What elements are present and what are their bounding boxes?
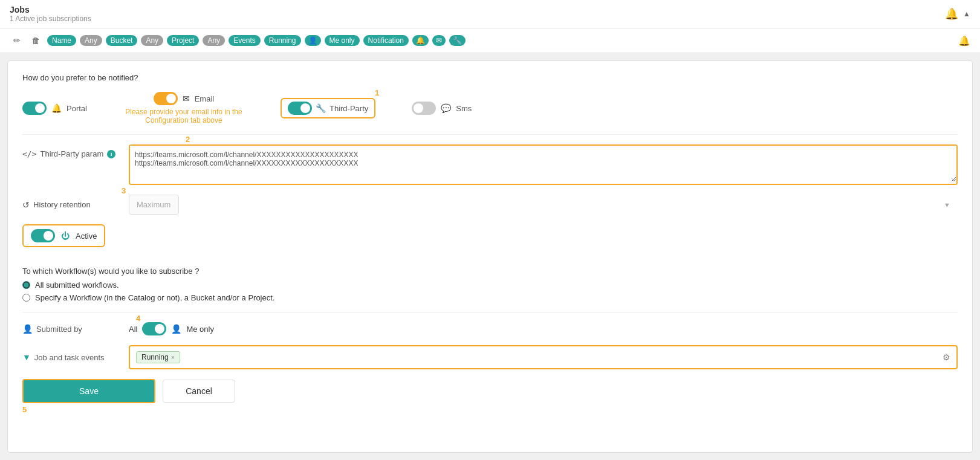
header-bell-icon: 🔔 [945, 7, 958, 21]
step-2-number: 2 [186, 135, 190, 144]
page-title: Jobs [10, 5, 91, 15]
resize-handle-icon: ↘ [950, 176, 955, 183]
filter-icon: ▼ [22, 352, 31, 362]
history-icon: ↺ [22, 200, 30, 210]
edit-button[interactable]: ✏ [10, 33, 24, 48]
history-select[interactable]: Maximum [129, 195, 179, 215]
workflow-option-all-label: All submitted workflows. [35, 280, 119, 290]
third-party-param-textarea[interactable] [130, 146, 956, 182]
workflow-option-specify-label: Specify a Workflow (in the Catalog or no… [35, 293, 274, 302]
portal-notif-item: 🔔 Portal [22, 102, 87, 115]
delete-button[interactable]: 🗑 [28, 33, 44, 48]
active-toggle-row: ⏻ Active [22, 224, 105, 247]
job-events-label: ▼ Job and task events [22, 352, 119, 362]
third-party-notif-row: 1 🔧 Third-Party [281, 98, 375, 118]
workflow-option-all[interactable]: All submitted workflows. [22, 280, 958, 290]
code-icon: </> [22, 149, 36, 158]
history-retention-row: 3 ↺ History retention Maximum [22, 195, 958, 215]
filter-pill-me-only[interactable]: Me only [325, 35, 360, 46]
wrench-icon: 🔧 [316, 103, 326, 113]
me-only-person-icon: 👤 [171, 324, 181, 334]
job-events-input-wrapper[interactable]: Running × ⚙ [129, 345, 958, 369]
third-party-label: Third-Party [329, 104, 368, 113]
filter-pill-running[interactable]: Running [264, 35, 301, 46]
notification-question: How do you prefer to be notified? [22, 73, 958, 82]
filter-pill-bucket[interactable]: Bucket [106, 35, 138, 46]
submitted-by-controls: All 👤 Me only [129, 322, 214, 335]
filter-pill-name[interactable]: Name [47, 35, 76, 46]
active-toggle[interactable] [31, 229, 55, 242]
sms-toggle[interactable] [412, 102, 436, 115]
workflow-question: To which Workflow(s) would you like to s… [22, 267, 958, 276]
portal-toggle[interactable] [22, 102, 47, 115]
running-tag-remove[interactable]: × [171, 354, 175, 361]
active-toggle-section: ⏻ Active [22, 224, 958, 257]
filter-pill-wrench[interactable]: 🔧 [449, 35, 466, 46]
divider-1 [22, 134, 958, 135]
email-warning: Please provide your email info in the Co… [123, 108, 244, 125]
toolbar: ✏ 🗑 Name Any Bucket Any Project Any Even… [0, 28, 980, 53]
third-party-toggle[interactable] [288, 102, 312, 115]
header-left: Jobs 1 Active job subscriptions [10, 5, 91, 23]
filter-pill-any-2[interactable]: Any [141, 35, 163, 46]
divider-2 [22, 312, 958, 313]
all-label: All [129, 325, 137, 334]
running-tag: Running × [136, 351, 180, 363]
submitted-by-row: 4 👤 Submitted by All 👤 Me only [22, 322, 958, 335]
history-select-wrapper: Maximum [129, 195, 958, 215]
submitted-by-toggle[interactable] [142, 322, 166, 335]
me-only-label: Me only [186, 325, 214, 334]
toolbar-bell-icon: 🔔 [958, 35, 970, 47]
bell-icon: 🔔 [51, 103, 62, 113]
filter-pill-events[interactable]: Events [229, 35, 261, 46]
portal-notif-row: 🔔 Portal [22, 102, 87, 115]
sms-label: Sms [456, 104, 472, 113]
history-retention-label: ↺ History retention [22, 200, 119, 210]
person-icon: 👤 [22, 324, 33, 334]
workflow-option-specify[interactable]: Specify a Workflow (in the Catalog or no… [22, 293, 958, 302]
cancel-button[interactable]: Cancel [163, 380, 235, 403]
history-retention-text: History retention [33, 200, 91, 209]
main-content: How do you prefer to be notified? 🔔 Port… [7, 60, 973, 453]
step-5-number: 5 [22, 405, 27, 414]
step-1-number: 1 [375, 88, 379, 97]
sms-notif-item: 💬 Sms [412, 102, 472, 115]
portal-label: Portal [67, 104, 87, 113]
save-button[interactable]: Save [22, 379, 155, 403]
sms-icon: 💬 [441, 103, 451, 113]
power-icon: ⏻ [61, 231, 70, 241]
active-label: Active [76, 232, 97, 241]
filter-pill-any-3[interactable]: Any [203, 35, 225, 46]
third-party-notif-item: 1 🔧 Third-Party [281, 98, 375, 118]
submitted-by-text: Submitted by [36, 325, 82, 334]
filter-pill-any-1[interactable]: Any [80, 35, 102, 46]
third-party-param-label: </> Third-Party param i [22, 144, 119, 158]
third-party-param-textarea-wrapper: ↘ [129, 144, 958, 185]
header: Jobs 1 Active job subscriptions 🔔 ▲ [0, 0, 980, 28]
submitted-by-label: 👤 Submitted by [22, 324, 119, 334]
step-3-number: 3 [122, 186, 126, 195]
running-tag-label: Running [141, 353, 169, 361]
info-icon[interactable]: i [107, 150, 115, 158]
filter-pill-person[interactable]: 👤 [305, 35, 321, 46]
job-events-text: Job and task events [34, 353, 105, 362]
filter-pill-notification[interactable]: Notification [363, 35, 409, 46]
third-party-param-text: Third-Party param [40, 149, 103, 158]
step-4-number: 4 [136, 314, 140, 323]
filter-pill-project[interactable]: Project [167, 35, 199, 46]
filter-pill-email[interactable]: ✉ [432, 35, 446, 46]
workflow-section: To which Workflow(s) would you like to s… [22, 267, 958, 302]
filter-pill-bell[interactable]: 🔔 [412, 35, 429, 46]
email-label: Email [195, 94, 215, 103]
third-party-highlight: 1 🔧 Third-Party [281, 98, 375, 118]
header-arrow-icon: ▲ [963, 10, 970, 18]
notification-row: 🔔 Portal ✉ Email Please provide your ema… [22, 92, 958, 125]
email-toggle[interactable] [154, 92, 178, 105]
workflow-radio-all[interactable] [22, 281, 30, 289]
email-notif-row: ✉ Email [154, 92, 215, 105]
gear-icon[interactable]: ⚙ [943, 352, 950, 362]
workflow-radio-specify[interactable] [22, 294, 30, 302]
page-subtitle: 1 Active job subscriptions [10, 15, 91, 23]
email-icon: ✉ [183, 94, 190, 103]
header-right: 🔔 ▲ [945, 7, 970, 21]
